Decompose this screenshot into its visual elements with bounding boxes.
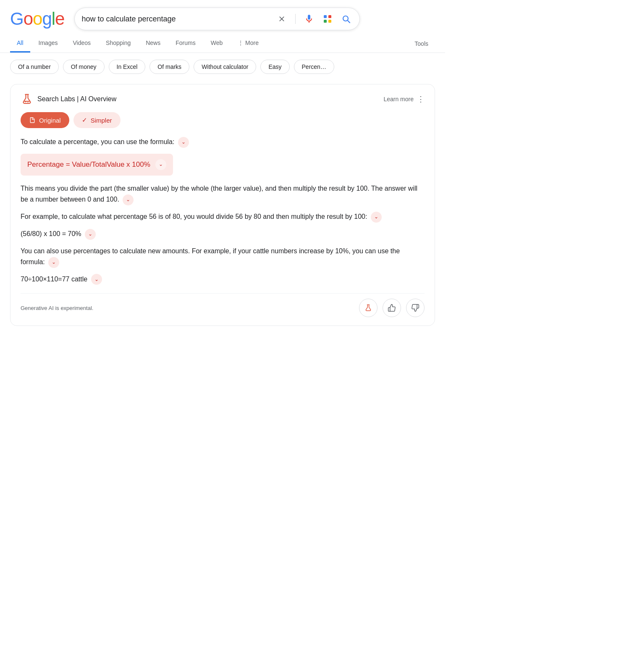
svg-rect-0: [324, 15, 327, 18]
ai-footer: Generative AI is experimental.: [21, 293, 425, 317]
document-icon: [29, 117, 36, 123]
chevron-p2[interactable]: ⌄: [123, 194, 134, 205]
ai-overview-header: Search Labs | AI Overview Learn more ⋮: [21, 93, 425, 105]
thumbs-up-icon: [388, 304, 396, 312]
svg-rect-1: [328, 15, 331, 18]
mode-buttons: Original ✓ Simpler: [21, 112, 425, 128]
svg-point-5: [28, 102, 29, 103]
tab-shopping[interactable]: Shopping: [99, 34, 137, 52]
voice-search-button[interactable]: [302, 12, 316, 26]
svg-rect-2: [324, 20, 327, 23]
ai-overview-title-group: Search Labs | AI Overview: [21, 93, 116, 105]
lens-button[interactable]: [321, 12, 334, 26]
header: Google how to calculate percentage: [0, 0, 445, 34]
generative-ai-disclaimer: Generative AI is experimental.: [21, 305, 93, 311]
flask-icon: [21, 93, 33, 105]
ai-paragraph-3: For example, to calculate what percentag…: [21, 211, 425, 223]
chips-row: Of a number Of money In Excel Of marks W…: [0, 53, 445, 81]
original-button[interactable]: Original: [21, 112, 69, 128]
thumbs-down-icon: [411, 304, 419, 312]
example2-box: 70÷100×110=77 cattle ⌄: [21, 274, 425, 285]
search-button[interactable]: [339, 12, 353, 26]
chevron-p1[interactable]: ⌄: [178, 137, 189, 148]
chip-of-a-number[interactable]: Of a number: [10, 60, 59, 74]
chevron-formula[interactable]: ⌄: [155, 159, 166, 170]
ai-paragraph-1: To calculate a percentage, you can use t…: [21, 136, 425, 148]
tab-images[interactable]: Images: [32, 34, 65, 52]
chevron-p3[interactable]: ⌄: [371, 212, 382, 223]
formula-box[interactable]: Percentage = Value/TotalValue x 100% ⌄: [21, 154, 173, 176]
tab-news[interactable]: News: [139, 34, 167, 52]
tab-forums[interactable]: Forums: [169, 34, 202, 52]
simpler-button[interactable]: ✓ Simpler: [73, 112, 121, 128]
svg-rect-3: [328, 20, 331, 23]
nav-tabs: All Images Videos Shopping News Forums W…: [0, 34, 445, 53]
tab-all[interactable]: All: [10, 34, 30, 52]
example1-box: (56/80) x 100 = 70% ⌄: [21, 228, 425, 240]
clear-button[interactable]: [275, 12, 288, 26]
chip-easy[interactable]: Easy: [260, 60, 289, 74]
chip-in-excel[interactable]: In Excel: [109, 60, 146, 74]
tab-web[interactable]: Web: [204, 34, 230, 52]
thumbs-down-button[interactable]: [406, 299, 425, 317]
search-input[interactable]: how to calculate percentage: [81, 15, 275, 24]
chevron-p4[interactable]: ⌄: [48, 257, 59, 268]
ai-overview-card: Search Labs | AI Overview Learn more ⋮ O…: [10, 84, 435, 326]
chip-of-money[interactable]: Of money: [63, 60, 105, 74]
chip-without-calculator[interactable]: Without calculator: [194, 60, 256, 74]
ai-paragraph-2: This means you divide the part (the smal…: [21, 183, 425, 205]
search-bar[interactable]: how to calculate percentage: [74, 8, 360, 30]
ai-paragraph-4: You can also use percentages to calculat…: [21, 246, 425, 268]
learn-more-button[interactable]: Learn more ⋮: [383, 94, 425, 104]
svg-point-4: [25, 101, 26, 102]
feedback-buttons: [359, 299, 425, 317]
ai-overview-title: Search Labs | AI Overview: [37, 95, 116, 103]
chip-of-marks[interactable]: Of marks: [149, 60, 189, 74]
chevron-example1[interactable]: ⌄: [85, 229, 96, 240]
tab-videos[interactable]: Videos: [66, 34, 97, 52]
chevron-example2[interactable]: ⌄: [91, 274, 102, 285]
feedback-flask-button[interactable]: [359, 299, 378, 317]
checkmark-icon: ✓: [82, 116, 87, 124]
more-options-icon: ⋮: [417, 94, 425, 104]
chip-percen[interactable]: Percen…: [294, 60, 334, 74]
search-divider: [295, 14, 296, 24]
ai-content: To calculate a percentage, you can use t…: [21, 136, 425, 285]
tools-button[interactable]: Tools: [408, 35, 435, 52]
tab-more[interactable]: ⋮ More: [231, 34, 265, 52]
thumbs-up-button[interactable]: [383, 299, 401, 317]
search-icons: [275, 12, 353, 26]
google-logo: Google: [10, 9, 64, 29]
flask-feedback-icon: [364, 304, 372, 312]
